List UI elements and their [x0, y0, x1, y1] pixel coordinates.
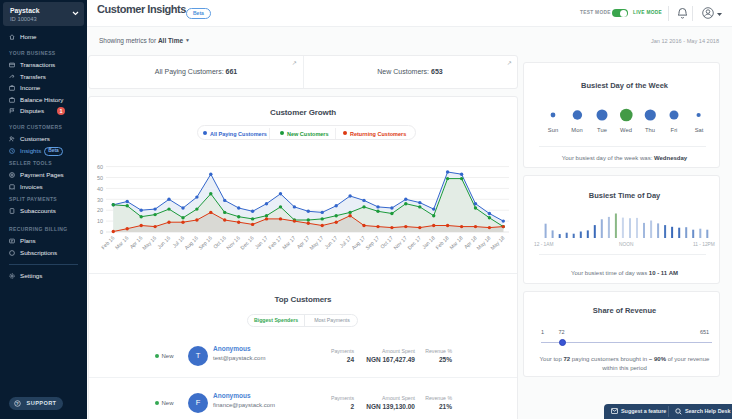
svg-text:Feb 16: Feb 16	[100, 235, 116, 251]
svg-text:Jun 16: Jun 16	[156, 235, 171, 250]
svg-text:Aug 16: Aug 16	[183, 235, 199, 251]
svg-text:Feb 18: Feb 18	[434, 235, 450, 251]
svg-text:Feb 17: Feb 17	[267, 235, 283, 251]
svg-text:?: ?	[15, 401, 18, 406]
svg-text:Sep 16: Sep 16	[197, 235, 213, 251]
svg-text:0: 0	[100, 229, 103, 235]
svg-text:Mar 17: Mar 17	[281, 235, 297, 251]
svg-text:50: 50	[97, 175, 103, 181]
svg-text:10: 10	[97, 218, 103, 224]
svg-text:May 18: May 18	[489, 235, 505, 251]
svg-text:Sep 17: Sep 17	[364, 235, 380, 251]
svg-text:40: 40	[97, 186, 103, 192]
svg-text:Oct 16: Oct 16	[212, 235, 227, 250]
svg-text:Mar 18: Mar 18	[448, 235, 464, 251]
svg-text:Nov 16: Nov 16	[225, 235, 241, 251]
svg-text:May 17: May 17	[308, 235, 324, 251]
svg-text:Jan 18: Jan 18	[421, 235, 436, 250]
svg-text:Aug 17: Aug 17	[350, 235, 366, 251]
svg-text:May 16: May 16	[141, 235, 157, 251]
svg-text:Dec 17: Dec 17	[406, 235, 422, 251]
svg-text:Oct 17: Oct 17	[379, 235, 394, 250]
svg-text:60: 60	[97, 164, 103, 170]
svg-text:May 18: May 18	[475, 235, 491, 251]
svg-text:Mar 16: Mar 16	[114, 235, 130, 251]
svg-text:Jun 17: Jun 17	[323, 235, 338, 250]
svg-text:30: 30	[97, 197, 103, 203]
svg-text:Jan 17: Jan 17	[253, 235, 268, 250]
svg-text:20: 20	[97, 207, 103, 213]
svg-text:Dec 16: Dec 16	[239, 235, 255, 251]
svg-text:Nov 17: Nov 17	[392, 235, 408, 251]
